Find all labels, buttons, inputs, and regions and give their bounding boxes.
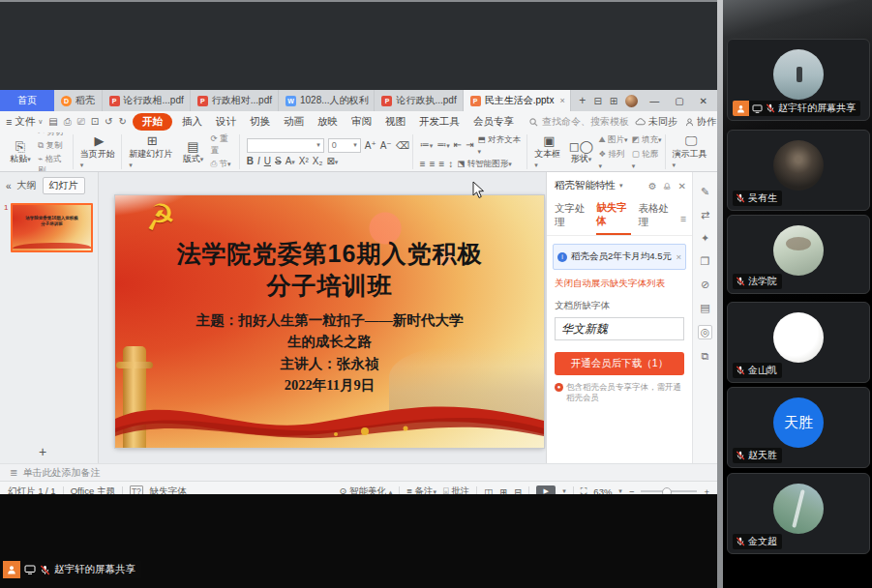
- missing-font-item[interactable]: 华文新魏: [555, 317, 684, 340]
- new-slide-button[interactable]: ⊞新建幻灯片▾: [129, 133, 175, 169]
- layout-button[interactable]: ▤版式▾: [179, 139, 206, 164]
- disable-autoshow-link[interactable]: 关闭自动展示缺失字体列表: [555, 278, 684, 290]
- increase-font-icon[interactable]: A⁺: [365, 140, 376, 151]
- command-search[interactable]: 查找命令、搜索模板: [529, 115, 629, 129]
- italic-button[interactable]: I: [257, 156, 260, 166]
- decrease-font-icon[interactable]: A⁻: [380, 140, 392, 151]
- collaborate-button[interactable]: 协作: [685, 115, 716, 129]
- tab-active-pptx[interactable]: P民主生活会.pptx×: [464, 90, 572, 111]
- picture-button[interactable]: ⛰ 图片▾: [599, 134, 628, 146]
- slide[interactable]: ☭ 法学院党委第16期入党积极分子培训班 主题：扣好人生第一粒扣子——新时代大学…: [115, 195, 544, 448]
- tab-missing-fonts[interactable]: 缺失字体: [596, 201, 630, 235]
- section-button[interactable]: ⎙ 节▾: [210, 159, 235, 170]
- convert-tool-icon[interactable]: ⇄: [701, 209, 709, 221]
- menu-design[interactable]: 设计: [212, 114, 240, 130]
- numbering-button[interactable]: ≕▾: [436, 139, 450, 150]
- underline-button[interactable]: U: [264, 156, 271, 166]
- close-panel-icon[interactable]: ✕: [678, 181, 686, 191]
- font-size-combo[interactable]: 0▾: [328, 138, 361, 153]
- paste-button[interactable]: ⎘粘贴▾: [7, 139, 34, 164]
- help-tool-icon[interactable]: ⊘: [701, 279, 709, 291]
- tab-pdf-2[interactable]: P行政相对...pdf: [191, 90, 279, 111]
- panel-menu-icon[interactable]: ≡: [680, 213, 686, 224]
- gallery-tool-icon[interactable]: ▤: [700, 302, 709, 314]
- save-icon[interactable]: ▤: [48, 116, 57, 128]
- present-tools-button[interactable]: 🖵演示工具▾: [673, 133, 710, 169]
- slide-title[interactable]: 法学院党委第16期入党积极分子培训班: [115, 238, 544, 301]
- align-text-button[interactable]: ⬒ 对齐文本▾: [478, 134, 525, 156]
- bell-icon[interactable]: 🕭: [663, 181, 673, 191]
- align-left-icon[interactable]: ≡: [420, 159, 426, 169]
- split-view-icon[interactable]: ⊟: [593, 96, 601, 106]
- textbox-button[interactable]: ▣文本框▾: [534, 133, 563, 169]
- chevron-down-icon[interactable]: ▾: [619, 182, 623, 190]
- slide-subtitle[interactable]: 主题：扣好人生第一粒扣子——新时代大学 生的成长之路 主讲人：张永祯 2022年…: [115, 309, 544, 397]
- collapse-panel-icon[interactable]: «: [6, 181, 12, 191]
- close-tab-icon[interactable]: ×: [559, 96, 564, 105]
- close-button[interactable]: ✕: [696, 96, 711, 106]
- menu-member[interactable]: 会员专享: [469, 114, 518, 130]
- menu-start[interactable]: 开始: [133, 113, 172, 131]
- clear-format-icon[interactable]: ⌫: [396, 140, 409, 151]
- format-painter-button[interactable]: ⌁ 格式刷: [38, 154, 70, 172]
- sync-status[interactable]: 未同步: [635, 115, 677, 129]
- slide-thumbnail[interactable]: 法学院党委第16期入党积极分子培训班: [11, 203, 93, 252]
- menu-devtools[interactable]: 开发工具: [415, 114, 464, 130]
- preview-icon[interactable]: ⊡: [91, 116, 99, 128]
- tab-table-processing[interactable]: 表格处理: [639, 202, 673, 234]
- menu-animation[interactable]: 动画: [280, 114, 308, 130]
- maximize-button[interactable]: ▢: [671, 96, 687, 106]
- align-center-icon[interactable]: ≡: [430, 159, 436, 169]
- redo-icon[interactable]: ↻: [119, 116, 127, 128]
- font-color-button[interactable]: A▾: [286, 156, 295, 166]
- minimize-button[interactable]: —: [646, 96, 663, 106]
- copy-tool-icon[interactable]: ❐: [701, 255, 710, 268]
- undo-icon[interactable]: ↺: [105, 116, 112, 128]
- tab-docer[interactable]: D稻壳: [54, 90, 103, 111]
- align-right-icon[interactable]: ≡: [438, 159, 444, 169]
- tab-doc[interactable]: W1028...人的权利: [279, 90, 375, 111]
- participant-tile[interactable]: 金山凯: [727, 302, 870, 383]
- member-promo-banner[interactable]: i 稻壳会员2年卡月均4.5元 ×: [553, 244, 686, 270]
- print-icon[interactable]: ⎚: [77, 116, 85, 128]
- export-icon[interactable]: ⎙: [64, 116, 72, 128]
- shapes-button[interactable]: ◻◯形状▾: [568, 139, 595, 164]
- gear-icon[interactable]: ⚙: [648, 181, 657, 191]
- bold-button[interactable]: B: [247, 156, 254, 166]
- reset-button[interactable]: ⟳ 重置: [210, 133, 235, 157]
- zoom-slider[interactable]: [641, 490, 697, 492]
- outline-button[interactable]: ▢ 轮廓▾: [632, 149, 662, 170]
- copy-button[interactable]: ⧉ 复制: [38, 140, 70, 152]
- slide-canvas[interactable]: ☭ 法学院党委第16期入党积极分子培训班 主题：扣好人生第一粒扣子——新时代大学…: [99, 172, 546, 463]
- resource-tool-icon-selected[interactable]: ◎: [698, 325, 713, 339]
- tab-slides[interactable]: 幻灯片: [43, 177, 85, 194]
- add-slide-button[interactable]: +: [39, 444, 46, 459]
- cut-button[interactable]: ✂ 剪切: [38, 132, 70, 138]
- superscript-button[interactable]: X²: [299, 156, 309, 166]
- menu-slideshow[interactable]: 放映: [314, 114, 342, 130]
- participant-tile[interactable]: 吴有生: [727, 130, 870, 211]
- file-menu[interactable]: ≡文件∨: [6, 115, 43, 129]
- grid-view-icon[interactable]: ⊞: [610, 96, 617, 106]
- effects-tool-icon[interactable]: ✦: [701, 232, 709, 245]
- menu-view[interactable]: 视图: [381, 114, 409, 130]
- subscript-button[interactable]: X₂: [313, 156, 323, 166]
- close-promo-icon[interactable]: ×: [676, 251, 681, 262]
- font-family-combo[interactable]: ▾: [247, 138, 324, 153]
- menu-insert[interactable]: 插入: [178, 114, 206, 130]
- outdent-button[interactable]: ⇤: [454, 139, 462, 150]
- account-avatar[interactable]: [625, 95, 638, 107]
- tab-home[interactable]: 首页: [0, 90, 54, 111]
- fill-button[interactable]: ◩ 填充▾: [632, 134, 662, 146]
- tab-text-processing[interactable]: 文字处理: [555, 202, 588, 234]
- highlight-button[interactable]: ⊠▾: [326, 156, 338, 166]
- strikethrough-button[interactable]: S: [275, 156, 282, 166]
- participant-tile[interactable]: 天胜 赵天胜: [727, 387, 870, 468]
- arrange-button[interactable]: ❖ 排列▾: [599, 149, 628, 170]
- tab-pdf-3[interactable]: P论行政执...pdf: [375, 90, 463, 111]
- line-spacing-icon[interactable]: ↕: [448, 159, 453, 169]
- play-from-current-button[interactable]: ▶当页开始▾: [80, 133, 118, 169]
- signature-tool-icon[interactable]: ✎: [701, 186, 709, 198]
- notes-bar[interactable]: ≣ 单击此处添加备注: [0, 463, 717, 481]
- tab-outline[interactable]: 大纲: [17, 179, 37, 192]
